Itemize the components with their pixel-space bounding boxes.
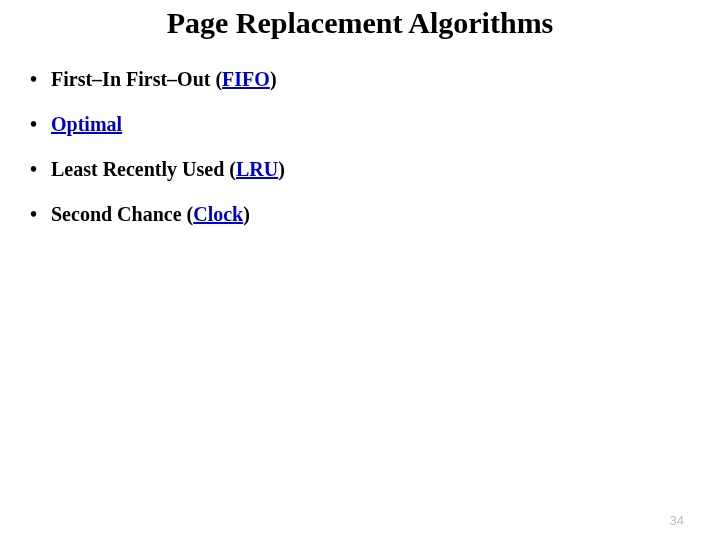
item-suffix: ) [270,68,277,90]
list-item: Least Recently Used (LRU) [30,158,720,181]
item-prefix: Second Chance ( [51,203,193,225]
item-prefix: First–In First–Out ( [51,68,222,90]
link-fifo[interactable]: FIFO [222,68,270,90]
link-optimal[interactable]: Optimal [51,113,122,135]
list-item: First–In First–Out (FIFO) [30,68,720,91]
list-item: Second Chance (Clock) [30,203,720,226]
item-suffix: ) [278,158,285,180]
link-lru[interactable]: LRU [236,158,278,180]
list-item: Optimal [30,113,720,136]
item-suffix: ) [243,203,250,225]
page-title: Page Replacement Algorithms [0,0,720,68]
page-number: 34 [670,513,684,528]
algorithm-list: First–In First–Out (FIFO) Optimal Least … [0,68,720,226]
link-clock[interactable]: Clock [193,203,243,225]
item-prefix: Least Recently Used ( [51,158,236,180]
